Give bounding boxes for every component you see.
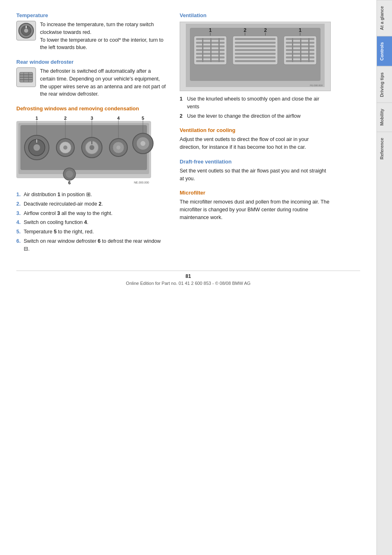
vent-item-1: 1 Use the knurled wheels to smoothly ope… [180, 95, 331, 111]
svg-rect-57 [218, 38, 220, 62]
svg-point-2 [24, 29, 28, 33]
sidebar-tab-driving-tips[interactable]: Driving tips [377, 66, 392, 103]
temperature-icon [16, 21, 36, 40]
footer-text: Online Edition for Part no. 01 41 2 600 … [16, 281, 360, 286]
step-5: 5. Temperature 5 to the right, red. [16, 228, 167, 236]
svg-text:4: 4 [117, 116, 120, 121]
sidebar: At a glance Controls Driving tips Mobili… [376, 0, 392, 555]
svg-text:NE.000.000: NE.000.000 [134, 181, 149, 184]
sidebar-tab-at-a-glance[interactable]: At a glance [377, 0, 392, 36]
svg-point-22 [89, 145, 94, 150]
svg-point-19 [63, 145, 67, 150]
svg-text:2: 2 [264, 27, 267, 33]
defrost-steps: 1. Air distribution 1 in position ⊞. 2. … [16, 191, 167, 253]
hvac-diagram: 1 2 3 4 5 6 NE.000.000 [16, 115, 167, 188]
rear-defroster-heading: Rear window defroster [16, 59, 167, 65]
svg-text:5: 5 [142, 116, 144, 121]
temperature-heading: Temperature [16, 12, 167, 18]
microfilter-text: The microfilter removes dust and pollen … [180, 198, 331, 221]
svg-rect-64 [235, 56, 276, 58]
svg-point-15 [33, 144, 40, 151]
svg-text:FE.000.000: FE.000.000 [310, 84, 323, 87]
footer: 81 Online Edition for Part no. 01 41 2 6… [16, 271, 360, 286]
ventilation-diagram: 1 2 2 1 FE.000.000 [180, 22, 331, 91]
main-content: Temperature To increase the temperature,… [0, 0, 376, 555]
svg-rect-60 [235, 42, 276, 44]
svg-point-26 [116, 145, 120, 150]
svg-rect-65 [235, 60, 276, 62]
ventilation-heading: Ventilation [180, 12, 331, 18]
svg-rect-62 [235, 49, 276, 51]
draft-free-text: Set the vent outlets so that the air flo… [180, 167, 331, 183]
svg-text:1: 1 [299, 27, 302, 33]
step-2: 2. Deactivate recirculated-air mode 2. [16, 200, 167, 208]
svg-point-31 [66, 170, 73, 178]
svg-rect-59 [235, 38, 276, 40]
right-column: Ventilation [180, 12, 331, 254]
defrosting-heading: Defrosting windows and removing condensa… [16, 105, 167, 112]
sidebar-tab-mobility[interactable]: Mobility [377, 103, 392, 132]
svg-rect-75 [300, 38, 301, 62]
hvac-diagram-svg: 1 2 3 4 5 6 NE.000.000 [16, 115, 155, 186]
svg-rect-74 [292, 38, 293, 62]
sidebar-tab-reference[interactable]: Reference [377, 132, 392, 165]
temperature-text: To increase the temperature, turn the ro… [40, 21, 167, 51]
ventilation-svg: 1 2 2 1 FE.000.000 [186, 24, 325, 89]
page-number: 81 [16, 273, 360, 279]
ventilation-items: 1 Use the knurled wheels to smoothly ope… [180, 95, 331, 120]
rear-defroster-block: The defroster is switched off automatica… [16, 67, 167, 98]
svg-rect-56 [210, 38, 212, 62]
svg-point-29 [140, 141, 145, 146]
vent-cooling-heading: Ventilation for cooling [180, 127, 331, 133]
svg-rect-63 [235, 53, 276, 55]
step-6: 6. Switch on rear window defroster 6 to … [16, 237, 167, 253]
svg-text:2: 2 [64, 116, 67, 121]
microfilter-heading: Microfilter [180, 190, 331, 196]
two-column-layout: Temperature To increase the temperature,… [16, 12, 360, 254]
defroster-icon [16, 67, 36, 87]
sidebar-tab-controls[interactable]: Controls [377, 36, 392, 66]
step-4: 4. Switch on cooling function 4. [16, 219, 167, 226]
svg-rect-55 [202, 38, 203, 62]
vent-item-2: 2 Use the lever to change the direction … [180, 112, 331, 120]
step-1: 1. Air distribution 1 in position ⊞. [16, 191, 167, 199]
svg-text:2: 2 [244, 27, 247, 33]
draft-free-heading: Draft-free ventilation [180, 159, 331, 165]
temperature-block: To increase the temperature, turn the ro… [16, 21, 167, 51]
left-column: Temperature To increase the temperature,… [16, 12, 167, 254]
svg-text:1: 1 [36, 116, 38, 121]
svg-rect-76 [308, 38, 310, 62]
svg-text:3: 3 [91, 116, 93, 121]
rear-defroster-text: The defroster is switched off automatica… [40, 67, 167, 98]
svg-rect-61 [235, 45, 276, 47]
step-3: 3. Airflow control 3 all the way to the … [16, 210, 167, 217]
svg-text:1: 1 [209, 27, 212, 33]
vent-cooling-text: Adjust the vent outlets to direct the fl… [180, 136, 331, 151]
